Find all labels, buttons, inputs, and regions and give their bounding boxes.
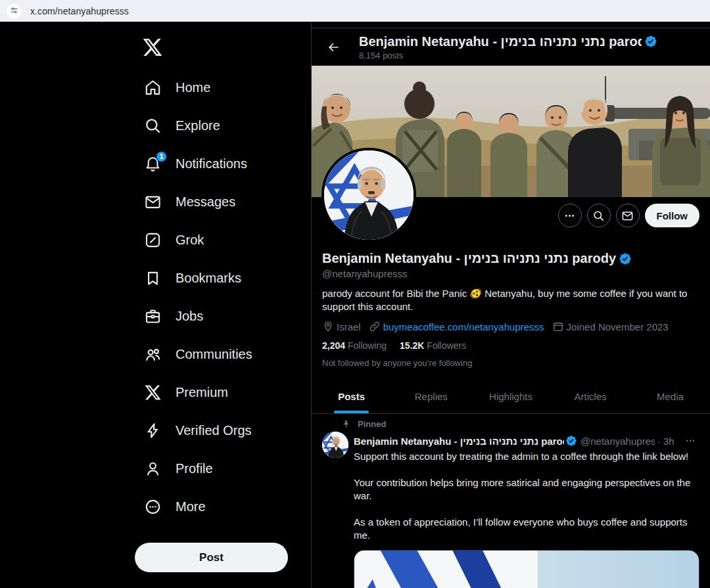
envelope-icon [144, 193, 162, 211]
post-header: Benjamin Netanyahu - נתני נתניהו בנימין … [354, 432, 699, 450]
profile-display-name: Benjamin Netanyahu - נתני נתניהו בנימין … [322, 251, 616, 266]
home-icon [144, 79, 162, 97]
pinned-post[interactable]: Pinned Benjamin Netanyahu - נתני נתניהו … [312, 414, 710, 588]
post-media-image[interactable] [354, 550, 699, 588]
header-title: Benjamin Netanyahu - נתני נתניהו בנימין … [359, 34, 642, 49]
post-author-name[interactable]: Benjamin Netanyahu - נתני נתניהו בנימין … [354, 436, 564, 447]
location-text: Israel [337, 321, 361, 332]
tab-highlights[interactable]: Highlights [471, 379, 550, 413]
sidebar-item-home[interactable]: Home [135, 68, 252, 106]
sidebar-item-bookmarks[interactable]: Bookmarks [135, 259, 252, 297]
sidebar-item-jobs[interactable]: Jobs [135, 297, 252, 335]
message-button[interactable] [616, 204, 640, 227]
followers-stat[interactable]: 15.2K Followers [400, 340, 466, 351]
x-premium-icon [144, 384, 162, 401]
sidebar-item-notifications[interactable]: 1 Notifications [135, 145, 252, 183]
briefcase-icon [144, 307, 162, 325]
website-link[interactable]: buymeacoffee.com/netanyahupresss [383, 321, 544, 332]
bell-icon: 1 [144, 155, 162, 173]
sidebar-item-grok[interactable]: Grok [135, 221, 252, 259]
sidebar-item-communities[interactable]: Communities [135, 335, 252, 373]
lightning-icon [144, 422, 162, 440]
browser-address-bar[interactable]: x.com/netanyahupresss [0, 0, 710, 22]
post-text: Support this account by treating the adm… [354, 450, 699, 542]
location-pin-icon [322, 321, 334, 332]
search-icon [144, 117, 162, 135]
post-avatar[interactable] [322, 432, 348, 458]
pinned-row: Pinned [322, 419, 699, 429]
profile-tabs: Posts Replies Highlights Articles Media [312, 379, 710, 414]
post-button[interactable]: Post [135, 543, 288, 572]
post-more-button[interactable] [681, 432, 699, 450]
ellipsis-icon [563, 210, 576, 222]
profile-bio: parody account for Bibi the Panic 🫨 Neta… [322, 287, 699, 313]
joined-item: Joined November 2023 [552, 321, 669, 332]
website-item: buymeacoffee.com/netanyahupresss [369, 321, 544, 332]
profile-timeline: Benjamin Netanyahu - נתני נתניהו בנימין … [311, 22, 710, 588]
pinned-label: Pinned [358, 419, 386, 429]
posts-count: 8,154 posts [359, 51, 657, 60]
location-item: Israel [322, 321, 361, 332]
sidebar-item-profile[interactable]: Profile [135, 449, 252, 487]
link-icon [369, 321, 381, 332]
separator-dot: · [657, 436, 661, 447]
sidebar-item-premium[interactable]: Premium [135, 373, 252, 411]
sidebar-item-verified-orgs[interactable]: Verified Orgs [135, 411, 252, 449]
profile-stats: 2,204 Following 15.2K Followers [322, 340, 699, 351]
back-button[interactable] [322, 36, 344, 58]
search-profile-button[interactable] [587, 204, 611, 227]
more-options-button[interactable] [558, 204, 582, 227]
ellipsis-icon [684, 435, 696, 447]
tab-articles[interactable]: Articles [551, 379, 630, 413]
x-app: Home Explore 1 Notifications Messages [0, 22, 710, 588]
url-text[interactable]: x.com/netanyahupresss [30, 6, 129, 16]
tab-posts[interactable]: Posts [312, 379, 391, 413]
verified-badge-icon [619, 252, 632, 265]
people-icon [144, 346, 162, 363]
site-settings-icon[interactable] [7, 4, 21, 18]
sidebar-item-explore[interactable]: Explore [135, 106, 252, 145]
envelope-icon [621, 210, 634, 222]
profile-meta: Israel buymeacoffee.com/netanyahupresss … [322, 321, 699, 332]
tab-media[interactable]: Media [630, 379, 710, 413]
x-logo[interactable] [142, 37, 163, 58]
joined-text: Joined November 2023 [567, 321, 669, 332]
profile-handle: @netanyahupresss [322, 268, 699, 279]
more-circle-icon [144, 498, 162, 516]
profile-avatar[interactable] [321, 148, 416, 242]
calendar-icon [552, 321, 564, 332]
post-author-handle[interactable]: @netanyahupresss [580, 436, 655, 447]
grok-icon [144, 231, 162, 249]
sidebar-item-messages[interactable]: Messages [135, 183, 252, 221]
sidebar-nav: Home Explore 1 Notifications Messages [0, 22, 311, 588]
back-arrow-icon [327, 41, 340, 54]
verified-badge-icon [644, 35, 657, 48]
following-stat[interactable]: 2,204 Following [322, 340, 387, 351]
post-timestamp[interactable]: 3h [663, 436, 674, 447]
search-icon [592, 210, 605, 222]
verified-badge-icon [565, 435, 577, 447]
tab-replies[interactable]: Replies [391, 379, 471, 413]
social-context: Not followed by anyone you’re following [322, 358, 699, 368]
follow-button[interactable]: Follow [645, 204, 700, 227]
profile-info: Follow Benjamin Netanyahu - נתני נתניהו … [312, 197, 710, 368]
bookmark-icon [144, 269, 162, 287]
profile-header: Benjamin Netanyahu - נתני נתניהו בנימין … [312, 28, 710, 66]
sidebar-item-more[interactable]: More [135, 487, 252, 526]
pin-icon [341, 419, 351, 429]
person-icon [144, 460, 162, 478]
notification-count-badge: 1 [156, 151, 167, 162]
